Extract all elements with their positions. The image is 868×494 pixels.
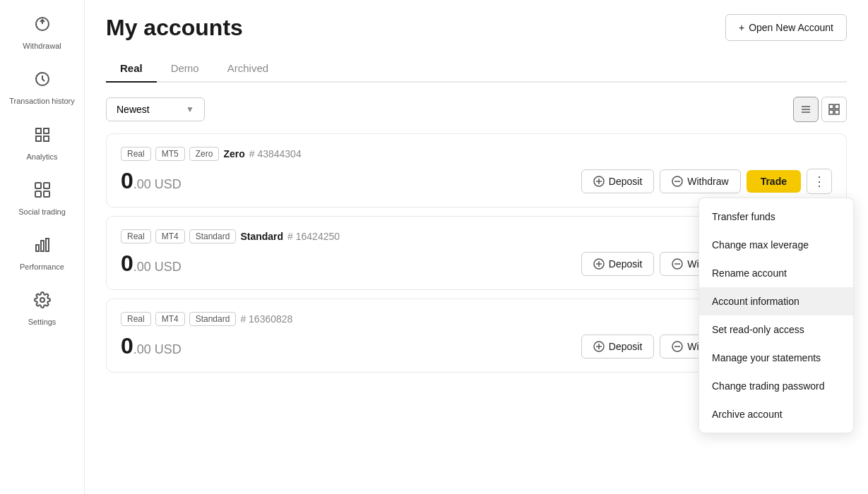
open-account-label: Open New Account — [749, 22, 833, 33]
account-1-number: # 43844304 — [249, 148, 302, 159]
open-new-account-button[interactable]: + Open New Account — [725, 14, 847, 41]
sidebar-item-settings-label: Settings — [28, 317, 57, 327]
plus-icon: + — [739, 22, 744, 33]
sidebar-item-withdrawal-label: Withdrawal — [23, 41, 61, 51]
account-1-withdraw-button[interactable]: Withdraw — [660, 169, 740, 193]
transaction-history-icon — [34, 71, 51, 92]
svg-rect-19 — [829, 110, 833, 114]
sort-dropdown[interactable]: Newest ▼ — [106, 97, 205, 121]
svg-rect-4 — [36, 136, 41, 141]
svg-rect-18 — [835, 104, 839, 109]
grid-view-button[interactable] — [821, 97, 847, 122]
sidebar: Withdrawal Transaction history Analytics… — [0, 0, 85, 494]
tab-demo[interactable]: Demo — [157, 55, 213, 83]
list-view-button[interactable] — [793, 97, 819, 122]
badge-mt5-1: MT5 — [155, 147, 185, 161]
menu-account-information[interactable]: Account information — [699, 287, 853, 315]
svg-rect-3 — [44, 128, 49, 133]
tab-archived[interactable]: Archived — [213, 55, 283, 83]
sidebar-item-performance-label: Performance — [20, 262, 64, 272]
tab-real[interactable]: Real — [106, 55, 157, 83]
sidebar-item-transaction-history[interactable]: Transaction history — [0, 62, 84, 114]
badge-mt4-2: MT4 — [155, 229, 185, 243]
sidebar-item-analytics[interactable]: Analytics — [0, 118, 84, 170]
account-1-balance-row: 0.00 USD Deposit Withdraw Trade ⋮ — [121, 168, 832, 194]
account-1-actions: Deposit Withdraw Trade ⋮ — [581, 169, 832, 194]
menu-archive-account[interactable]: Archive account — [699, 400, 853, 428]
chevron-down-icon: ▼ — [186, 104, 194, 114]
account-2-name: Standard — [240, 231, 283, 242]
menu-transfer-funds[interactable]: Transfer funds — [699, 203, 853, 231]
account-1-deposit-button[interactable]: Deposit — [581, 169, 654, 193]
view-toggle — [793, 97, 847, 122]
svg-rect-2 — [36, 128, 41, 133]
sort-label: Newest — [117, 104, 150, 115]
page-header: My accounts + Open New Account — [106, 14, 847, 41]
menu-set-read-only-access[interactable]: Set read-only access — [699, 315, 853, 344]
withdrawal-icon — [34, 16, 51, 37]
sidebar-item-settings[interactable]: Settings — [0, 283, 84, 335]
sidebar-item-social-trading[interactable]: Social trading — [0, 173, 84, 225]
sidebar-item-transaction-history-label: Transaction history — [9, 96, 75, 106]
svg-rect-7 — [44, 183, 49, 188]
badge-mt4-3: MT4 — [155, 312, 185, 326]
svg-rect-8 — [35, 191, 41, 197]
account-3-balance: 0.00 USD — [121, 333, 182, 359]
account-1-name: Zero — [223, 148, 244, 159]
account-2-number: # 16424250 — [287, 231, 340, 242]
account-tabs: Real Demo Archived — [106, 55, 847, 83]
badge-zero-1: Zero — [189, 147, 220, 161]
account-1-balance: 0.00 USD — [121, 168, 182, 194]
performance-icon — [34, 236, 51, 258]
svg-rect-9 — [44, 191, 49, 197]
sidebar-item-analytics-label: Analytics — [26, 152, 57, 162]
badge-standard-2: Standard — [189, 229, 237, 243]
svg-rect-6 — [35, 183, 41, 188]
svg-rect-11 — [41, 241, 44, 251]
svg-rect-17 — [829, 104, 833, 109]
account-1-trade-button[interactable]: Trade — [747, 170, 801, 193]
account-1-badges: Real MT5 Zero Zero # 43844304 — [121, 147, 832, 161]
badge-real-3: Real — [121, 312, 151, 326]
account-2-balance: 0.00 USD — [121, 251, 182, 277]
account-card-1: Real MT5 Zero Zero # 43844304 0.00 USD D… — [106, 133, 847, 207]
settings-icon — [34, 291, 51, 313]
context-dropdown-menu: Transfer funds Change max leverage Renam… — [698, 198, 854, 433]
svg-rect-12 — [46, 239, 49, 251]
menu-manage-statements[interactable]: Manage your statements — [699, 344, 853, 372]
menu-change-trading-password[interactable]: Change trading password — [699, 372, 853, 400]
sidebar-item-withdrawal[interactable]: Withdrawal — [0, 7, 84, 59]
account-3-deposit-button[interactable]: Deposit — [581, 335, 654, 359]
svg-rect-20 — [835, 110, 839, 114]
menu-rename-account[interactable]: Rename account — [699, 259, 853, 287]
badge-real-1: Real — [121, 147, 151, 161]
menu-change-max-leverage[interactable]: Change max leverage — [699, 231, 853, 259]
badge-standard-3: Standard — [189, 312, 237, 326]
toolbar: Newest ▼ — [106, 97, 847, 122]
sidebar-item-social-trading-label: Social trading — [18, 207, 66, 217]
badge-real-2: Real — [121, 229, 151, 243]
account-1-more-button[interactable]: ⋮ — [807, 169, 832, 194]
svg-point-13 — [40, 298, 44, 302]
analytics-icon — [34, 126, 51, 147]
sidebar-item-performance[interactable]: Performance — [0, 228, 84, 280]
main-content: My accounts + Open New Account Real Demo… — [85, 0, 868, 494]
svg-rect-5 — [44, 136, 49, 141]
svg-rect-10 — [36, 245, 39, 251]
social-trading-icon — [34, 181, 51, 203]
account-3-number: # 16360828 — [240, 313, 292, 325]
account-2-deposit-button[interactable]: Deposit — [581, 252, 654, 276]
page-title: My accounts — [106, 15, 243, 41]
